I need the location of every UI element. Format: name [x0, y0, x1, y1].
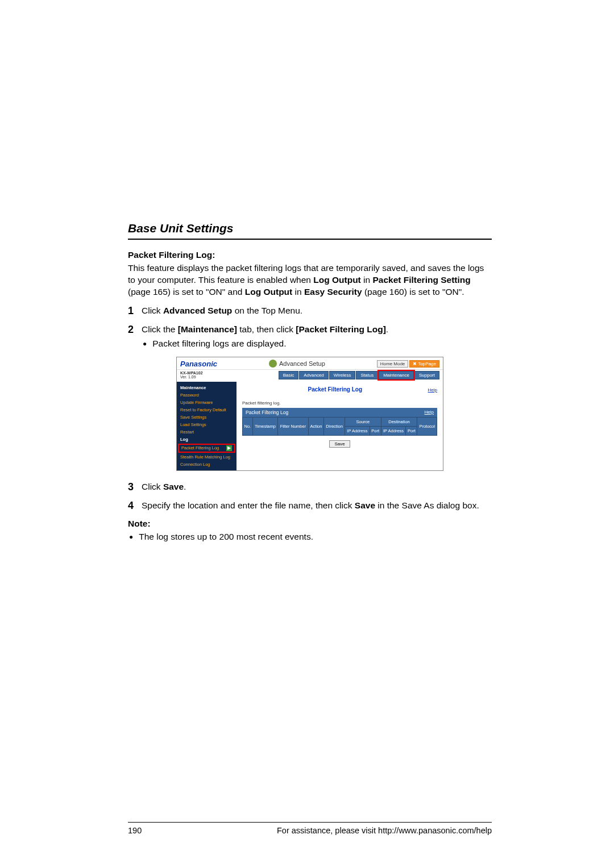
section-title: Base Unit Settings: [128, 222, 492, 235]
col-action: Action: [308, 417, 323, 435]
text: in: [361, 275, 373, 285]
sidebar-item-restart[interactable]: Restart: [177, 428, 237, 436]
bold-text: [Packet Filtering Log]: [296, 324, 385, 334]
sidebar-item-load-settings[interactable]: Load Settings: [177, 421, 237, 428]
text: .: [386, 324, 388, 334]
text: (page 160) is set to "ON".: [362, 287, 464, 297]
sidebar-item-update-firmware[interactable]: Update Firmware: [177, 399, 237, 406]
tab-basic[interactable]: Basic: [279, 371, 299, 379]
step-body: Click the [Maintenance] tab, then click …: [142, 324, 492, 350]
text: Packet Filtering Log: [246, 410, 288, 415]
sidebar-heading-log: Log: [177, 436, 237, 443]
step-bullet: ● Packet filtering logs are displayed.: [142, 338, 492, 350]
bold-text: Advanced Setup: [163, 306, 232, 315]
sidebar-item-save-settings[interactable]: Save Settings: [177, 414, 237, 421]
bold-text: Save: [163, 482, 184, 491]
sidebar: Maintenance Password Update Firmware Res…: [177, 382, 237, 470]
save-button[interactable]: Save: [329, 440, 350, 448]
sidebar-item-connection-log[interactable]: Connection Log: [177, 461, 237, 468]
col-no: No.: [243, 417, 253, 435]
model-info: KX-WPA102 Ver. 1.09: [180, 371, 203, 379]
panel-desc: Packet filtering log.: [242, 400, 437, 406]
bold-text: Save: [355, 500, 375, 510]
tab-status[interactable]: Status: [356, 371, 378, 379]
text: (page 165) is set to "ON" and: [128, 287, 245, 297]
sidebar-item-packet-filtering-log[interactable]: Packet Filtering Log ▶: [178, 444, 235, 453]
tab-wireless[interactable]: Wireless: [329, 371, 356, 379]
sidebar-item-password[interactable]: Password: [177, 391, 237, 399]
top-page-button[interactable]: ✖ TopPage: [409, 360, 439, 368]
save-row: Save: [242, 440, 437, 448]
brand-logo: Panasonic: [180, 360, 217, 368]
text: in the Save As dialog box.: [375, 500, 479, 510]
step-1: 1 Click Advanced Setup on the Top Menu.: [128, 305, 492, 317]
tab-maintenance[interactable]: Maintenance: [379, 371, 414, 379]
screenshot-subheader: KX-WPA102 Ver. 1.09 Basic Advanced Wirel…: [177, 370, 443, 382]
model-text: KX-WPA102: [180, 371, 203, 375]
bold-text: [Maintenance]: [178, 324, 237, 334]
main-panel: Packet Filtering Log Help Packet filteri…: [237, 382, 443, 470]
sidebar-item-stealth-log[interactable]: Stealth Rule Matching Log: [177, 453, 237, 461]
tab-advanced[interactable]: Advanced: [299, 371, 329, 379]
bullet-text: Packet filtering logs are displayed.: [152, 338, 286, 350]
tab-bar: Basic Advanced Wireless Status Maintenan…: [279, 371, 439, 379]
text: tab, then click: [237, 324, 296, 334]
bold-text: Packet Filtering Setting: [372, 275, 470, 285]
bold-text: Log Output: [245, 287, 293, 297]
step-4: 4 Specify the location and enter the fil…: [128, 500, 492, 512]
page-number: 190: [128, 826, 142, 835]
home-mode-button[interactable]: Home Mode: [377, 360, 409, 368]
col-destination: Destination: [381, 417, 417, 426]
table-title-bar: Packet Filtering Log Help: [242, 408, 437, 417]
text: Packet Filtering Log: [181, 445, 219, 450]
step-number: 3: [128, 481, 137, 493]
panel-title: Packet Filtering Log: [242, 386, 428, 393]
col-source: Source: [345, 417, 381, 426]
text: Click the: [142, 324, 178, 334]
step-3: 3 Click Save.: [128, 481, 492, 493]
footer-row: 190 For assistance, please visit http://…: [128, 823, 492, 835]
step-number: 1: [128, 305, 137, 317]
mode-buttons: Home Mode ✖ TopPage: [377, 360, 439, 368]
help-link-inline[interactable]: Help: [425, 410, 434, 415]
advanced-setup-label: Advanced Setup: [269, 360, 325, 368]
step-body: Specify the location and enter the file …: [142, 500, 492, 512]
col-dst-port: Port: [406, 426, 417, 435]
steps-list: 1 Click Advanced Setup on the Top Menu. …: [128, 305, 492, 350]
version-text: Ver. 1.09: [180, 375, 196, 379]
sidebar-item-reset[interactable]: Reset to Factory Default: [177, 406, 237, 414]
sidebar-heading-maintenance: Maintenance: [177, 384, 237, 391]
page-footer: 190 For assistance, please visit http://…: [128, 822, 492, 835]
note-text: The log stores up to 200 most recent eve…: [139, 531, 492, 543]
step-number: 2: [128, 324, 137, 350]
text: Click: [142, 482, 163, 491]
steps-list-cont: 3 Click Save. 4 Specify the location and…: [128, 481, 492, 512]
col-src-port: Port: [370, 426, 381, 435]
text: on the Top Menu.: [232, 306, 302, 315]
bullet-icon: ●: [129, 531, 133, 543]
bullet-icon: ●: [143, 338, 147, 350]
step-body: Click Advanced Setup on the Top Menu.: [142, 305, 492, 317]
col-timestamp: Timestamp: [252, 417, 277, 435]
page-content: Base Unit Settings Packet Filtering Log:…: [128, 222, 492, 543]
arrow-right-icon: ▶: [226, 445, 232, 451]
tab-support[interactable]: Support: [414, 371, 439, 379]
feature-description: This feature displays the packet filteri…: [128, 262, 492, 298]
screenshot-header: Panasonic Advanced Setup Home Mode ✖ Top…: [177, 357, 443, 370]
text: Specify the location and enter the file …: [142, 500, 355, 510]
note-heading: Note:: [128, 519, 492, 529]
log-table: No. Timestamp Filter Number Action Direc…: [242, 417, 437, 436]
wrench-icon: [269, 360, 277, 368]
help-link[interactable]: Help: [428, 387, 437, 393]
col-filter-number: Filter Number: [278, 417, 309, 435]
text: Advanced Setup: [279, 360, 325, 367]
col-protocol: Protocol: [417, 417, 437, 435]
step-2: 2 Click the [Maintenance] tab, then clic…: [128, 324, 492, 350]
bold-text: Easy Security: [304, 287, 362, 297]
text: in: [292, 287, 304, 297]
screenshot-body: Maintenance Password Update Firmware Res…: [177, 382, 443, 470]
horizontal-rule: [128, 239, 492, 240]
text: TopPage: [418, 361, 436, 366]
col-src-ip: IP Address: [345, 426, 370, 435]
text: .: [184, 482, 186, 491]
